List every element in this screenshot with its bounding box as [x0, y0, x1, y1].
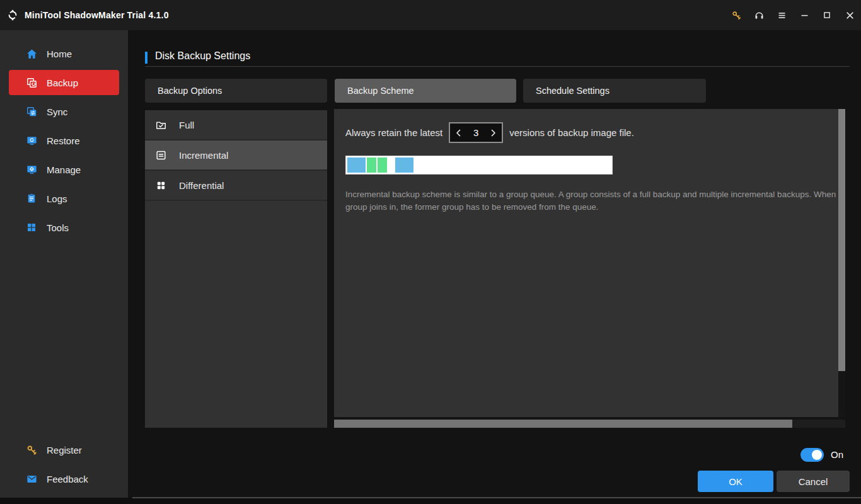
mail-icon [25, 472, 38, 485]
support-headset-icon[interactable] [748, 0, 770, 30]
sidebar-item-label: Sync [47, 106, 67, 117]
version-count-stepper: 3 [449, 122, 503, 143]
increase-button[interactable] [485, 123, 502, 142]
app-window: MiniTool ShadowMaker Trial 4.1.0 [0, 0, 861, 504]
sidebar-item-label: Tools [47, 222, 69, 233]
sidebar-item-label: Home [47, 49, 72, 59]
sidebar-item-feedback[interactable]: Feedback [0, 464, 128, 493]
vertical-scrollbar-thumb[interactable] [838, 109, 845, 371]
sidebar-item-label: Manage [47, 164, 81, 175]
sidebar-item-restore[interactable]: Restore [0, 126, 128, 155]
sidebar-item-backup[interactable]: Backup [9, 70, 119, 95]
scheme-item-label: Incremental [179, 150, 228, 161]
full-backup-block [347, 158, 366, 173]
vertical-scrollbar [838, 109, 845, 417]
maximize-icon[interactable] [816, 0, 838, 30]
differential-backup-icon [155, 180, 167, 192]
window-bottom-strip [0, 498, 861, 504]
incremental-backup-block [367, 158, 376, 173]
home-icon [25, 47, 38, 60]
cancel-button[interactable]: Cancel [777, 471, 850, 492]
manage-icon [25, 163, 38, 176]
tab-label: Schedule Settings [536, 86, 610, 96]
tab-label: Backup Options [158, 86, 222, 96]
sidebar-item-home[interactable]: Home [0, 39, 128, 68]
sidebar-item-sync[interactable]: Sync [0, 97, 128, 126]
version-count-value: 3 [466, 127, 485, 138]
ok-button-label: OK [729, 476, 743, 487]
window-title: MiniTool ShadowMaker Trial 4.1.0 [25, 10, 169, 20]
window-controls [725, 0, 861, 30]
sidebar-item-logs[interactable]: Logs [0, 184, 128, 213]
page-title-accent-bar [145, 52, 147, 64]
sidebar-bottom: Register Feedback [0, 435, 128, 493]
scheme-item-label: Full [179, 120, 194, 130]
tab-backup-scheme[interactable]: Backup Scheme [335, 79, 516, 103]
page-title: Disk Backup Settings [155, 50, 250, 62]
scheme-type-list: Full Incremental Differential [145, 110, 327, 428]
retain-prefix-text: Always retain the latest [345, 127, 442, 138]
restore-icon [25, 134, 38, 147]
sidebar-item-tools[interactable]: Tools [0, 213, 128, 242]
window-bottom-line [132, 497, 861, 498]
incremental-backup-icon [155, 149, 167, 161]
scheme-toggle-knob [812, 450, 822, 460]
close-icon[interactable] [838, 0, 861, 30]
retain-setting-row: Always retain the latest 3 versions of b… [345, 122, 634, 143]
decrease-button[interactable] [450, 123, 466, 142]
menu-icon[interactable] [770, 0, 793, 30]
full-backup-icon [155, 119, 167, 131]
scheme-detail-panel: Always retain the latest 3 versions of b… [334, 109, 838, 417]
logs-icon [25, 192, 38, 205]
sidebar-item-label: Feedback [47, 474, 88, 484]
tools-icon [25, 221, 38, 234]
minimize-icon[interactable] [793, 0, 816, 30]
bar-gap [388, 158, 394, 173]
scheme-description-line1: Incremental backup scheme is similar to … [345, 188, 838, 201]
scheme-description: Incremental backup scheme is similar to … [345, 188, 838, 214]
retain-suffix-text: versions of backup image file. [509, 127, 634, 138]
sidebar-item-label: Register [47, 445, 82, 455]
tab-backup-options[interactable]: Backup Options [145, 79, 327, 103]
sidebar-item-manage[interactable]: Manage [0, 155, 128, 184]
scheme-item-label: Differential [179, 180, 224, 191]
scheme-toggle[interactable] [800, 448, 824, 462]
sync-icon [25, 105, 38, 118]
app-logo-icon [6, 8, 20, 22]
tab-label: Backup Scheme [347, 86, 414, 96]
scheme-toggle-label: On [831, 448, 843, 462]
cancel-button-label: Cancel [799, 476, 828, 487]
sidebar: Home Backup [0, 30, 128, 498]
scheme-item-differential[interactable]: Differential [145, 171, 327, 201]
incremental-backup-block [378, 158, 387, 173]
license-key-icon[interactable] [725, 0, 748, 30]
key-icon [25, 444, 38, 456]
ok-button[interactable]: OK [698, 471, 773, 492]
sidebar-item-register[interactable]: Register [0, 435, 128, 464]
title-bar: MiniTool ShadowMaker Trial 4.1.0 [0, 0, 861, 30]
scheme-item-incremental[interactable]: Incremental [145, 140, 327, 171]
sidebar-item-label: Logs [47, 193, 67, 204]
scheme-item-full[interactable]: Full [145, 110, 327, 140]
sidebar-item-label: Restore [47, 135, 80, 146]
full-backup-block [395, 158, 413, 173]
sidebar-item-label: Backup [47, 77, 78, 88]
horizontal-scrollbar [334, 420, 845, 428]
horizontal-scrollbar-thumb[interactable] [334, 420, 792, 428]
scheme-description-line2: group joins in, the former group has to … [345, 201, 838, 214]
header-divider [145, 66, 850, 67]
tab-schedule-settings[interactable]: Schedule Settings [523, 79, 706, 103]
backup-icon [25, 76, 38, 89]
backup-queue-bar [345, 156, 613, 175]
sidebar-nav: Home Backup [0, 30, 128, 242]
